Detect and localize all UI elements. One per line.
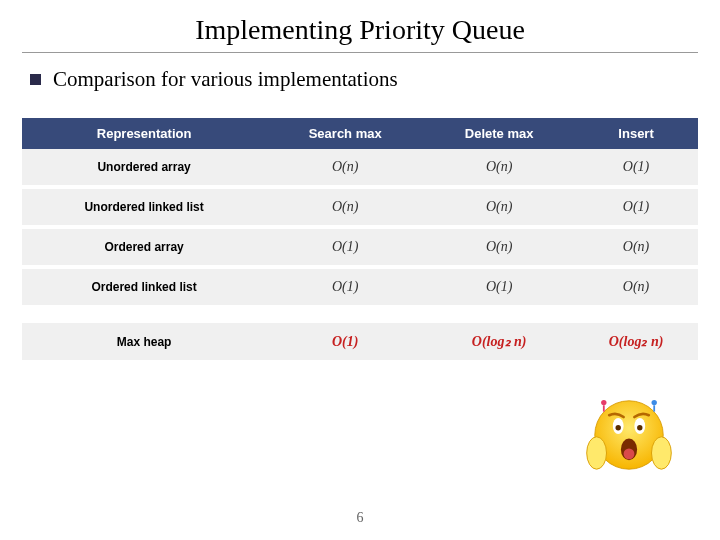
svg-point-6	[624, 449, 635, 460]
th-search-max: Search max	[266, 118, 424, 149]
page-number: 6	[0, 510, 720, 526]
comparison-table-wrap: Representation Search max Delete max Ins…	[0, 92, 720, 364]
rep-cell: Unordered linked list	[22, 187, 266, 227]
insert-cell: O(n)	[574, 227, 698, 267]
table-row: Ordered linked list O(1) O(1) O(n)	[22, 267, 698, 307]
search-cell: O(n)	[266, 187, 424, 227]
search-cell: O(1)	[266, 267, 424, 307]
bullet-text: Comparison for various implementations	[53, 67, 398, 92]
rep-cell: Ordered linked list	[22, 267, 266, 307]
svg-point-8	[652, 437, 672, 469]
surprised-face-icon	[584, 390, 674, 484]
th-delete-max: Delete max	[424, 118, 574, 149]
search-cell: O(1)	[266, 227, 424, 267]
insert-cell: O(log₂ n)	[574, 323, 698, 362]
delete-cell: O(1)	[424, 267, 574, 307]
th-representation: Representation	[22, 118, 266, 149]
svg-point-7	[587, 437, 607, 469]
table-row: Unordered linked list O(n) O(n) O(1)	[22, 187, 698, 227]
divider	[22, 52, 698, 53]
table-row-highlight: Max heap O(1) O(log₂ n) O(log₂ n)	[22, 323, 698, 362]
svg-point-10	[652, 400, 657, 405]
rep-cell: Unordered array	[22, 149, 266, 187]
delete-cell: O(n)	[424, 149, 574, 187]
delete-cell: O(n)	[424, 187, 574, 227]
table-separator	[22, 307, 698, 323]
slide-title: Implementing Priority Queue	[0, 0, 720, 52]
bullet-line: Comparison for various implementations	[0, 67, 720, 92]
svg-point-4	[637, 425, 642, 430]
bullet-icon	[30, 74, 41, 85]
insert-cell: O(1)	[574, 187, 698, 227]
table-row: Unordered array O(n) O(n) O(1)	[22, 149, 698, 187]
delete-cell: O(n)	[424, 227, 574, 267]
comparison-table: Representation Search max Delete max Ins…	[22, 118, 698, 364]
insert-cell: O(n)	[574, 267, 698, 307]
delete-cell: O(log₂ n)	[424, 323, 574, 362]
table-row: Ordered array O(1) O(n) O(n)	[22, 227, 698, 267]
rep-cell: Ordered array	[22, 227, 266, 267]
svg-point-3	[616, 425, 621, 430]
rep-cell: Max heap	[22, 323, 266, 362]
svg-point-9	[601, 400, 606, 405]
insert-cell: O(1)	[574, 149, 698, 187]
search-cell: O(1)	[266, 323, 424, 362]
table-header-row: Representation Search max Delete max Ins…	[22, 118, 698, 149]
search-cell: O(n)	[266, 149, 424, 187]
th-insert: Insert	[574, 118, 698, 149]
